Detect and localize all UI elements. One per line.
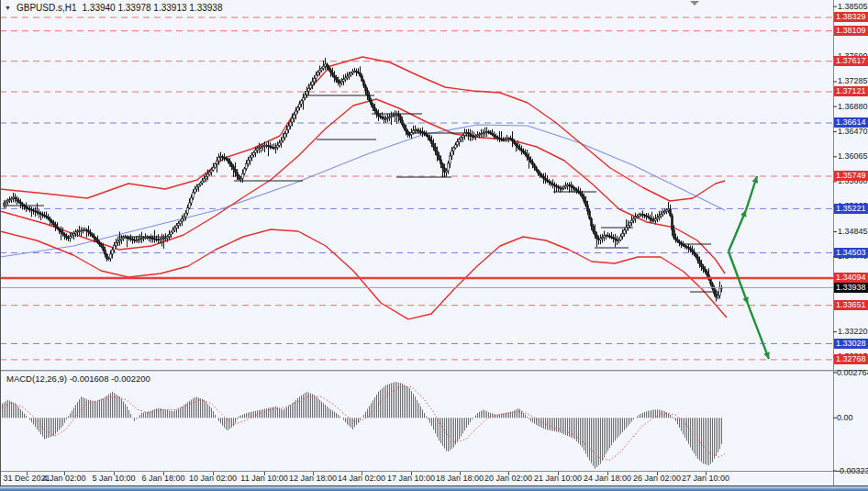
time-axis-label: 14 Jan 02:00 [338, 474, 385, 483]
price-level-label: 1.34503 [834, 248, 868, 258]
chart-canvas[interactable] [0, 0, 868, 491]
chart-shift-icon[interactable] [690, 1, 699, 6]
macd-tick-label: 0.002764 [837, 368, 868, 378]
price-level-label: 1.34094 [834, 273, 868, 283]
arrow-line[interactable] [729, 210, 746, 251]
price-level-label: 1.38329 [834, 12, 868, 22]
price-tick-label: 1.36880 [838, 102, 868, 112]
price-level-label: 1.37121 [834, 86, 868, 96]
chart-window: ▼ GBPUSD.s,H1 1.33940 1.33978 1.33913 1.… [0, 0, 868, 491]
price-tick-label: 1.36470 [838, 127, 868, 137]
candles [4, 58, 723, 302]
time-axis-label: 26 Jan 02:00 [633, 474, 681, 483]
price-level-label: 1.35749 [834, 171, 868, 181]
chart-titlebar: ▼ GBPUSD.s,H1 1.33940 1.33978 1.33913 1.… [5, 3, 222, 13]
macd-pane[interactable] [0, 382, 725, 469]
price-level-label: 1.32768 [834, 354, 868, 364]
price-level-label: 1.33651 [834, 300, 868, 310]
macd-name: MACD(12,26,9) [6, 374, 67, 384]
macd-tick-label: -0.003232 [837, 466, 868, 476]
time-axis-label: 10 Jan 02:00 [189, 474, 237, 483]
time-axis-label: 5 Jan 10:00 [92, 474, 135, 483]
window-resize-strip [0, 486, 868, 491]
indicator-curves [0, 57, 727, 319]
chart-dropdown-icon[interactable]: ▼ [5, 5, 11, 11]
current-price-label: 1.33938 [834, 283, 868, 293]
price-level-label: 1.36614 [834, 117, 868, 128]
arrow-head-icon [752, 176, 759, 184]
time-axis-label: 20 Jan 02:00 [484, 474, 532, 483]
time-axis-label: 21 Jan 10:00 [534, 474, 582, 483]
forecast-arrows[interactable] [729, 176, 770, 359]
price-tick-label: 1.34845 [838, 227, 868, 237]
time-axis-label: 17 Jan 10:00 [387, 474, 435, 483]
price-tick-label: 1.33220 [838, 327, 868, 337]
pane-borders [0, 0, 868, 486]
time-axis-label: 27 Jan 10:00 [682, 474, 729, 483]
price-tick-label: 1.37285 [838, 76, 868, 86]
time-axis-label: 24 Jan 18:00 [584, 474, 631, 483]
chart-symbol-period: GBPUSD.s,H1 [17, 3, 77, 13]
price-tick-label: 1.36065 [838, 151, 868, 162]
macd-signal-line [0, 386, 725, 460]
time-axis-label: 11 Jan 10:00 [240, 474, 287, 483]
macd-tick-label: 0.00 [837, 413, 853, 423]
price-level-label: 1.38109 [834, 26, 868, 36]
time-axis-label: 4 Jan 02:00 [42, 474, 85, 483]
macd-values: -0.001608 -0.002200 [70, 374, 150, 384]
arrow-line[interactable] [748, 304, 769, 359]
structure-lines[interactable] [3, 95, 721, 292]
chart-ohlc-values: 1.33940 1.33978 1.33913 1.33938 [83, 3, 223, 13]
price-level-label: 1.33028 [834, 339, 868, 349]
macd-indicator-label: MACD(12,26,9) -0.001608 -0.002200 [6, 374, 150, 384]
time-axis-label: 6 Jan 18:00 [141, 474, 184, 483]
time-axis-label: 18 Jan 18:00 [436, 474, 484, 483]
price-level-label: 1.37617 [834, 56, 868, 66]
price-level-label: 1.35221 [834, 204, 868, 214]
price-tick-label: 1.38505 [838, 2, 868, 12]
time-axis-label: 12 Jan 18:00 [289, 474, 337, 483]
price-lines[interactable] [0, 278, 833, 287]
